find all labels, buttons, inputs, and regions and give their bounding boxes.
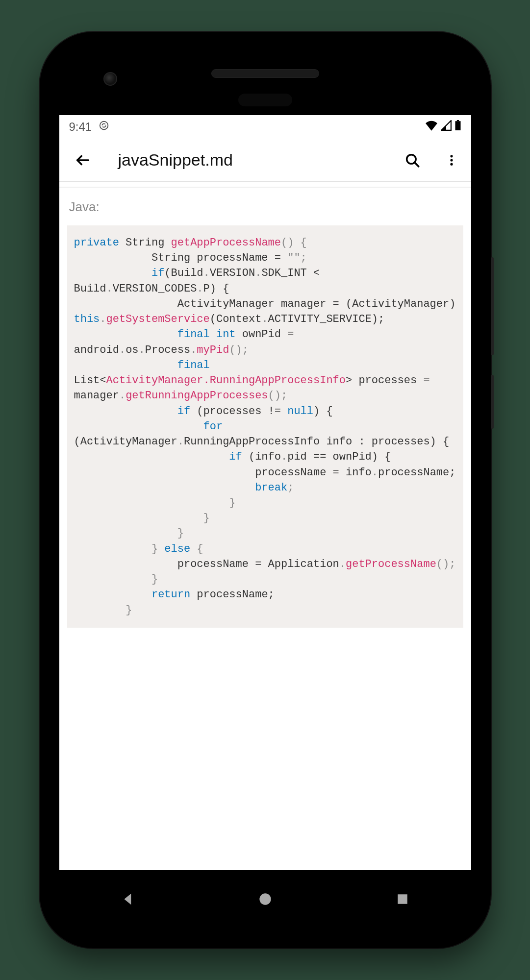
- earpiece: [211, 69, 319, 78]
- status-time: 9:41: [69, 120, 92, 134]
- nav-back-button[interactable]: [119, 890, 137, 908]
- front-camera: [103, 72, 117, 86]
- sensor-pill: [238, 94, 292, 106]
- section-label: Java:: [67, 199, 463, 215]
- svg-line-4: [414, 162, 418, 166]
- app-bar-title: javaSnippet.md: [118, 150, 387, 170]
- battery-icon: [454, 120, 461, 134]
- svg-point-0: [100, 122, 108, 130]
- volume-button: [491, 257, 494, 355]
- phone-frame: 9:41: [40, 32, 491, 948]
- search-button[interactable]: [399, 147, 426, 174]
- code-block: private String getAppProcessName() { Str…: [67, 225, 463, 628]
- svg-rect-1: [455, 121, 460, 130]
- signal-icon: [441, 120, 452, 134]
- app-bar: javaSnippet.md: [59, 139, 471, 182]
- document-content[interactable]: Java: private String getAppProcessName()…: [59, 187, 471, 870]
- svg-point-8: [259, 893, 271, 905]
- svg-rect-2: [456, 120, 458, 121]
- wifi-icon: [425, 120, 438, 134]
- nav-recent-button[interactable]: [394, 890, 411, 908]
- sync-icon: [99, 120, 109, 134]
- svg-point-5: [450, 155, 453, 157]
- svg-rect-9: [398, 894, 407, 904]
- overflow-menu-button[interactable]: [438, 147, 465, 174]
- status-bar: 9:41: [59, 115, 471, 139]
- screen: 9:41: [59, 115, 471, 870]
- svg-point-7: [450, 163, 453, 165]
- nav-home-button[interactable]: [256, 890, 274, 908]
- back-button[interactable]: [69, 147, 97, 174]
- phone-hardware-top: [59, 51, 471, 115]
- power-button: [491, 375, 494, 429]
- android-nav-bar: [59, 870, 471, 929]
- svg-point-6: [450, 159, 453, 161]
